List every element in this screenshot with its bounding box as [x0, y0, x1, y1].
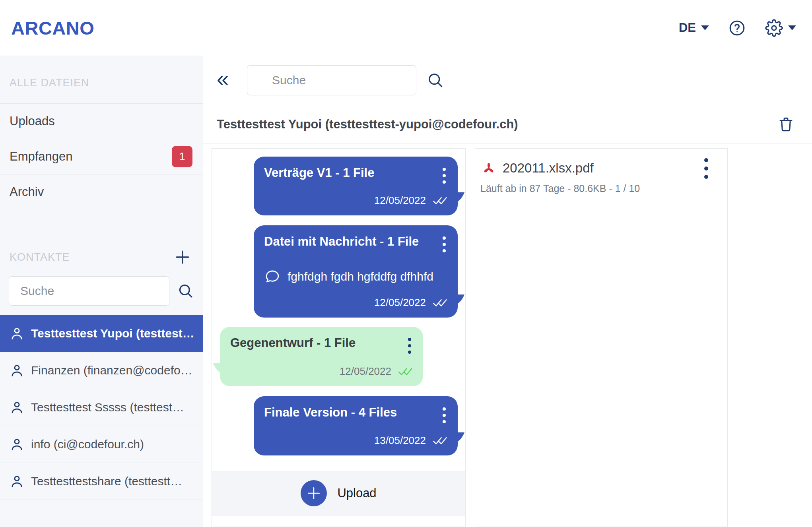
kebab-menu-icon[interactable] [443, 234, 447, 252]
contact-item[interactable]: Testtesttest Sssss (testtest… [0, 389, 203, 426]
chevron-down-icon [788, 25, 796, 30]
person-icon [10, 437, 24, 452]
person-icon [10, 400, 24, 415]
collapse-sidebar-icon[interactable]: « [217, 68, 229, 93]
message-date: 13/05/2022 [374, 434, 426, 447]
person-icon [10, 326, 24, 341]
help-circle-icon [728, 19, 746, 37]
bubble-tail [213, 363, 220, 373]
kebab-menu-icon[interactable] [443, 405, 447, 423]
settings-menu[interactable] [765, 19, 796, 37]
person-icon [10, 363, 24, 378]
person-icon [10, 474, 24, 489]
speech-bubble-icon [264, 268, 281, 285]
message-date: 12/05/2022 [374, 194, 426, 207]
app-logo: ARCANO [11, 17, 94, 39]
message-bubble[interactable]: Gegenentwurf - 1 File 12/05/2022 [220, 327, 423, 386]
nav-label: Uploads [10, 114, 55, 128]
message-note: fghfdgh fgdh hgfddfg dfhhfd [288, 270, 433, 283]
message-bubble[interactable]: Finale Version - 4 Files 13/05/2022 [254, 396, 458, 455]
contact-label: Testtesttest Sssss (testtest… [31, 401, 184, 414]
contact-label: info (ci@codefour.ch) [31, 438, 144, 451]
file-details-panel: 202011.xlsx.pdf Läuft ab in 87 Tage - 80… [475, 148, 728, 527]
double-check-icon [433, 196, 447, 205]
contact-item[interactable]: Finanzen (finanzen@codefo… [0, 352, 203, 389]
message-title: Finale Version - 4 Files [264, 405, 397, 420]
add-contact-button[interactable] [174, 249, 191, 265]
message-title: Gegenentwurf - 1 File [230, 335, 355, 351]
delete-conversation-button[interactable] [777, 116, 795, 133]
kebab-menu-icon[interactable] [408, 335, 413, 354]
message-bubble[interactable]: Datei mit Nachricht - 1 File fghfdgh fgd… [254, 225, 458, 318]
contacts-search-button[interactable] [177, 283, 194, 299]
nav-label: Archiv [10, 185, 44, 199]
pdf-file-icon [480, 160, 497, 176]
bubble-tail [457, 192, 464, 202]
plus-icon [174, 249, 191, 265]
contact-label: Finanzen (finanzen@codefo… [31, 364, 192, 377]
help-button[interactable] [728, 19, 746, 37]
contact-item[interactable]: Testtesttestshare (testtestt… [0, 463, 203, 500]
file-meta: Läuft ab in 87 Tage - 80.6KB - 1 / 10 [480, 183, 727, 194]
double-check-icon [398, 366, 413, 376]
sidebar-item-uploads[interactable]: Uploads [0, 103, 203, 139]
file-card[interactable]: 202011.xlsx.pdf [480, 157, 727, 179]
sidebar-item-empfangen[interactable]: Empfangen 1 [0, 139, 203, 174]
chevron-down-icon [701, 25, 709, 30]
main-search-row: « [203, 56, 812, 105]
app-header: ARCANO DE [0, 0, 812, 56]
contacts-section-label: KONTAKTE [10, 251, 70, 264]
unread-count-badge: 1 [172, 146, 192, 167]
message-date: 12/05/2022 [374, 296, 426, 309]
contact-item[interactable]: info (ci@codefour.ch) [0, 426, 203, 463]
bubble-tail [457, 432, 464, 442]
kebab-menu-icon[interactable] [704, 157, 708, 179]
message-bubble[interactable]: Verträge V1 - 1 File 12/05/2022 [254, 157, 458, 215]
message-list: Verträge V1 - 1 File 12/05/2022 [212, 149, 465, 471]
contact-label: Testtesttestshare (testtestt… [31, 475, 182, 488]
file-name: 202011.xlsx.pdf [503, 161, 594, 176]
conversation-panel: Verträge V1 - 1 File 12/05/2022 [212, 148, 466, 527]
main-search-input[interactable] [247, 65, 416, 95]
sidebar: ALLE DATEIEN Uploads Empfangen 1 Archiv … [0, 56, 203, 527]
files-section-label: ALLE DATEIEN [0, 56, 203, 103]
bubble-tail [457, 294, 464, 304]
main-search-button[interactable] [427, 72, 444, 89]
contact-item[interactable]: Testtesttest Yupoi (testtest… [0, 315, 203, 352]
message-title: Datei mit Nachricht - 1 File [264, 234, 419, 250]
trash-icon [777, 116, 795, 133]
nav-label: Empfangen [10, 149, 73, 164]
kebab-menu-icon[interactable] [443, 165, 447, 184]
contact-label: Testtesttest Yupoi (testtest… [31, 327, 194, 340]
double-check-icon [433, 436, 447, 446]
panel-spacer [212, 515, 465, 527]
conversation-title: Testtesttest Yupoi (testtesttest-yupoi@c… [217, 117, 518, 132]
message-title: Verträge V1 - 1 File [264, 165, 374, 181]
search-icon [427, 72, 444, 89]
upload-label: Upload [337, 486, 376, 500]
sidebar-item-archiv[interactable]: Archiv [0, 174, 203, 209]
upload-button[interactable]: Upload [212, 471, 465, 515]
conversation-header: Testtesttest Yupoi (testtesttest-yupoi@c… [203, 105, 812, 143]
plus-circle-icon [301, 480, 327, 506]
search-icon [177, 283, 194, 299]
double-check-icon [433, 298, 447, 308]
language-label: DE [679, 21, 696, 35]
contacts-search-input[interactable] [9, 276, 169, 306]
message-date: 12/05/2022 [340, 365, 391, 378]
gear-icon [765, 19, 783, 37]
language-switcher[interactable]: DE [679, 21, 709, 35]
